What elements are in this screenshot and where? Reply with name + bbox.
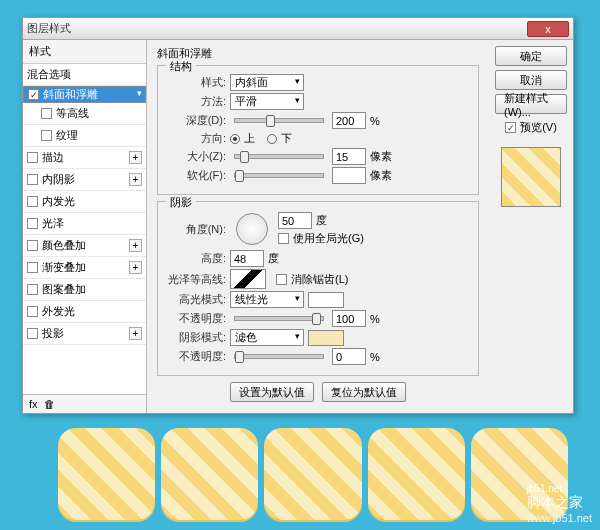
angle-dial[interactable] [236, 213, 268, 245]
sidebar-item-3[interactable]: 描边+ [23, 147, 146, 169]
close-icon: x [545, 23, 551, 35]
effect-checkbox[interactable] [41, 108, 52, 119]
size-slider[interactable] [234, 154, 324, 159]
effect-label: 渐变叠加 [42, 260, 86, 275]
effect-label: 内阴影 [42, 172, 75, 187]
sidebar-item-blend[interactable]: 混合选项 [23, 64, 146, 86]
effect-checkbox[interactable] [27, 262, 38, 273]
close-button[interactable]: x [527, 21, 569, 37]
size-label: 大小(Z): [166, 149, 226, 164]
effect-label: 内发光 [42, 194, 75, 209]
dir-up-radio[interactable] [230, 134, 240, 144]
effect-label: 投影 [42, 326, 64, 341]
right-panel: 确定 取消 新建样式(W)... ✓预览(V) [489, 40, 573, 413]
gloss-label: 光泽等高线: [166, 272, 226, 287]
soften-input[interactable] [332, 167, 366, 184]
effect-label: 纹理 [56, 128, 78, 143]
effect-label: 描边 [42, 150, 64, 165]
titlebar[interactable]: 图层样式 x [23, 18, 573, 40]
effect-checkbox[interactable] [27, 328, 38, 339]
highlight-mode-select[interactable]: 线性光 [230, 291, 304, 308]
settings-panel: 斜面和浮雕 结构 样式:内斜面 方法:平滑 深度(D):200% 方向:上下 大… [147, 40, 489, 413]
default-buttons-row: 设置为默认值 复位为默认值 [157, 382, 479, 402]
effect-label: 光泽 [42, 216, 64, 231]
effect-checkbox[interactable] [41, 130, 52, 141]
antialias-checkbox[interactable] [276, 274, 287, 285]
angle-input[interactable]: 50 [278, 212, 312, 229]
sidebar-header: 样式 [23, 40, 146, 64]
shading-group: 阴影 角度(N): 50度 使用全局光(G) 高度:48度 光泽等高线:消除锯齿… [157, 201, 479, 376]
depth-input[interactable]: 200 [332, 112, 366, 129]
add-icon[interactable]: + [129, 261, 142, 274]
effects-sidebar: 样式 混合选项 ✓斜面和浮雕等高线纹理描边+内阴影+内发光光泽颜色叠加+渐变叠加… [23, 40, 147, 413]
letter-e [264, 428, 361, 520]
altitude-input[interactable]: 48 [230, 250, 264, 267]
make-default-button[interactable]: 设置为默认值 [230, 382, 314, 402]
highlight-opacity-input[interactable]: 100 [332, 310, 366, 327]
sidebar-item-7[interactable]: 颜色叠加+ [23, 235, 146, 257]
angle-label: 角度(N): [166, 222, 226, 237]
letter-s [58, 428, 155, 520]
highlight-color[interactable] [308, 292, 344, 308]
altitude-label: 高度: [166, 251, 226, 266]
global-light-checkbox[interactable] [278, 233, 289, 244]
effect-label: 斜面和浮雕 [43, 87, 98, 102]
add-icon[interactable]: + [129, 327, 142, 340]
fx-icon[interactable]: fx [29, 398, 38, 410]
effect-checkbox[interactable] [27, 218, 38, 229]
depth-slider[interactable] [234, 118, 324, 123]
trash-icon[interactable]: 🗑 [44, 398, 55, 410]
sidebar-footer: fx 🗑 [23, 394, 146, 413]
add-icon[interactable]: + [129, 239, 142, 252]
sidebar-item-11[interactable]: 投影+ [23, 323, 146, 345]
effect-checkbox[interactable] [27, 174, 38, 185]
cancel-button[interactable]: 取消 [495, 70, 567, 90]
structure-group: 结构 样式:内斜面 方法:平滑 深度(D):200% 方向:上下 大小(Z):1… [157, 65, 479, 195]
sidebar-item-4[interactable]: 内阴影+ [23, 169, 146, 191]
dir-down-radio[interactable] [267, 134, 277, 144]
sidebar-item-8[interactable]: 渐变叠加+ [23, 257, 146, 279]
reset-default-button[interactable]: 复位为默认值 [322, 382, 406, 402]
sidebar-item-9[interactable]: 图案叠加 [23, 279, 146, 301]
soften-slider[interactable] [234, 173, 324, 178]
size-input[interactable]: 15 [332, 148, 366, 165]
blend-label: 混合选项 [27, 67, 71, 82]
add-icon[interactable]: + [129, 173, 142, 186]
style-select[interactable]: 内斜面 [230, 74, 304, 91]
sidebar-item-0[interactable]: ✓斜面和浮雕 [23, 86, 146, 103]
direction-label: 方向: [166, 131, 226, 146]
shadow-opacity-label: 不透明度: [166, 349, 226, 364]
effect-checkbox[interactable] [27, 306, 38, 317]
style-label: 样式: [166, 75, 226, 90]
shadow-opacity-slider[interactable] [234, 354, 324, 359]
shadow-mode-label: 阴影模式: [166, 330, 226, 345]
watermark: jb51.net 脚本之家 www.jb51.net [527, 483, 592, 524]
dialog-body: 样式 混合选项 ✓斜面和浮雕等高线纹理描边+内阴影+内发光光泽颜色叠加+渐变叠加… [23, 40, 573, 413]
shadow-opacity-input[interactable]: 0 [332, 348, 366, 365]
technique-select[interactable]: 平滑 [230, 93, 304, 110]
highlight-opacity-slider[interactable] [234, 316, 324, 321]
new-style-button[interactable]: 新建样式(W)... [495, 94, 567, 114]
preview-checkbox[interactable]: ✓ [505, 122, 516, 133]
sidebar-item-2[interactable]: 纹理 [23, 125, 146, 147]
gloss-contour[interactable] [230, 269, 266, 289]
shadow-color[interactable] [308, 330, 344, 346]
effect-checkbox[interactable] [27, 284, 38, 295]
add-icon[interactable]: + [129, 151, 142, 164]
sidebar-item-10[interactable]: 外发光 [23, 301, 146, 323]
sidebar-item-6[interactable]: 光泽 [23, 213, 146, 235]
sidebar-item-5[interactable]: 内发光 [23, 191, 146, 213]
sidebar-item-1[interactable]: 等高线 [23, 103, 146, 125]
effect-label: 图案叠加 [42, 282, 86, 297]
layer-style-dialog: 图层样式 x 样式 混合选项 ✓斜面和浮雕等高线纹理描边+内阴影+内发光光泽颜色… [22, 17, 574, 414]
shadow-mode-select[interactable]: 滤色 [230, 329, 304, 346]
bevel-title: 斜面和浮雕 [157, 46, 479, 61]
effect-checkbox[interactable]: ✓ [28, 89, 39, 100]
effect-checkbox[interactable] [27, 152, 38, 163]
letter-e2 [368, 428, 465, 520]
effect-checkbox[interactable] [27, 240, 38, 251]
effect-checkbox[interactable] [27, 196, 38, 207]
sweet-text-art [58, 426, 568, 522]
ok-button[interactable]: 确定 [495, 46, 567, 66]
technique-label: 方法: [166, 94, 226, 109]
